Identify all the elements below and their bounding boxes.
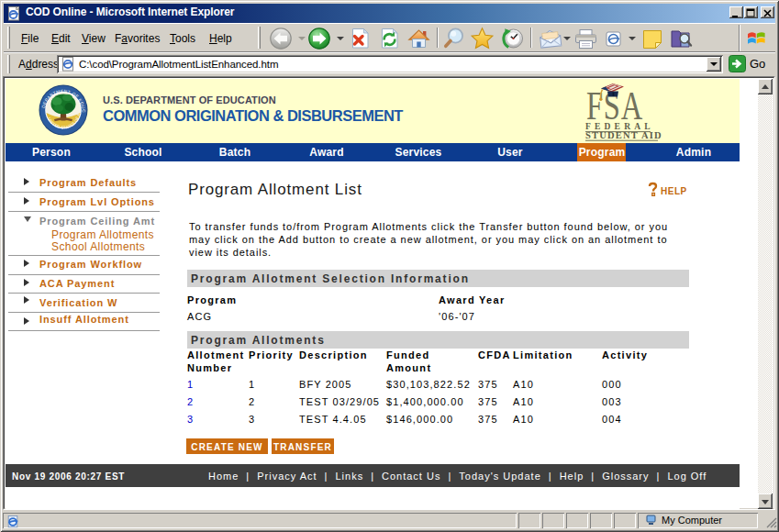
- svg-text:STUDENT AID: STUDENT AID: [585, 130, 662, 140]
